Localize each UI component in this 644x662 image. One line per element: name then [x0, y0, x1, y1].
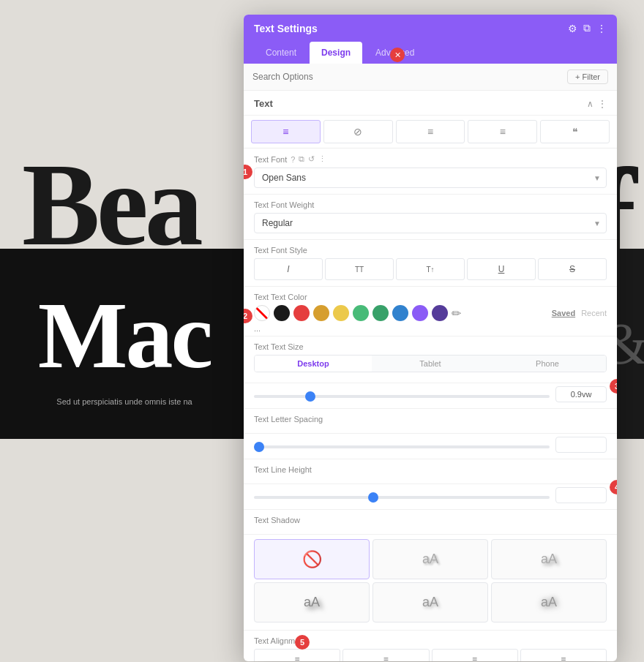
panel-more-icon[interactable]: ⋮	[596, 23, 607, 34]
panel-title: Text Settings	[254, 23, 318, 34]
font-select[interactable]: Open Sans	[254, 168, 607, 188]
text-size-label: Text Text Size	[254, 342, 607, 351]
color-more[interactable]: ...	[254, 324, 607, 333]
line-height-slider-wrap	[254, 490, 550, 501]
device-tab-desktop[interactable]: Desktop	[255, 356, 372, 372]
text-align-center-btn[interactable]: ≡	[342, 649, 429, 661]
badge-2: 2	[244, 309, 252, 323]
color-edit-icon[interactable]: ✏	[452, 306, 461, 320]
font-style-label: Text Font Style	[254, 246, 607, 255]
text-align-left-btn[interactable]: ≡	[254, 649, 340, 661]
letter-spacing-row: Text Letter Spacing	[244, 409, 617, 434]
font-weight-select[interactable]: Regular	[254, 213, 607, 233]
align-right-btn[interactable]: ≡	[396, 120, 465, 143]
text-font-label: Text Font ? ⧉ ↺ ⋮	[254, 154, 607, 164]
text-size-row: Text Text Size Desktop Tablet Phone	[244, 336, 617, 383]
panel-body: Text ∧ ⋮ ≡ ⊘ ≡ ≡ ❝ 1 Text Font ? ⧉ ↺ ⋮	[244, 91, 617, 661]
style-italic-btn[interactable]: I	[254, 258, 323, 280]
text-section-header: Text ∧ ⋮	[244, 91, 617, 116]
line-height-slider[interactable]	[254, 496, 550, 499]
tab-content[interactable]: Content	[254, 42, 308, 64]
shadow-grid: 🚫 aA aA aA aA aA	[244, 535, 617, 631]
filter-button[interactable]: + Filter	[567, 69, 608, 84]
text-align-right-btn[interactable]: ≡	[432, 649, 518, 661]
swatch-red[interactable]	[293, 305, 310, 321]
alignment-row: ≡ ⊘ ≡ ≡ ❝	[244, 116, 617, 148]
text-size-slider[interactable]	[254, 395, 550, 398]
text-color-row: 2 Text Text Color ✏ Saved Recent	[244, 287, 617, 336]
text-color-label: Text Text Color	[254, 293, 607, 301]
swatch-green-light[interactable]	[353, 305, 369, 321]
text-size-slider-row: 3 0.9vw	[244, 383, 617, 409]
tab-design[interactable]: Design	[310, 42, 362, 64]
line-height-slider-row: 4 2em	[244, 484, 617, 510]
letter-spacing-label: Text Letter Spacing	[254, 415, 607, 424]
align-left-btn[interactable]: ≡	[251, 120, 321, 143]
swatch-transparent[interactable]	[254, 305, 270, 321]
badge-3: 3	[610, 379, 617, 394]
swatch-yellow-dark[interactable]	[313, 305, 329, 321]
device-tab-tablet[interactable]: Tablet	[372, 356, 489, 372]
panel-copy-icon[interactable]: ⧉	[583, 22, 591, 34]
shadow-3-btn[interactable]: aA	[254, 582, 370, 622]
canvas-sub-text: Sed ut perspiciatis unde omnis iste na	[56, 396, 192, 408]
swatch-purple[interactable]	[412, 305, 428, 321]
swatch-green[interactable]	[372, 305, 389, 321]
swatch-yellow[interactable]	[333, 305, 349, 321]
font-help-icon[interactable]: ?	[291, 155, 295, 164]
line-height-value[interactable]: 2em	[555, 487, 607, 503]
style-uppercase-btn[interactable]: TT	[325, 258, 394, 280]
align-justify-btn[interactable]: ≡	[468, 120, 537, 143]
canvas-mac-text: Mac	[38, 280, 211, 390]
font-copy-icon[interactable]: ⧉	[299, 154, 304, 164]
text-size-value[interactable]: 0.9vw	[555, 386, 607, 402]
text-alignment-bottom-row: 5 Text Alignment ≡ ≡ ≡ ≡	[244, 631, 617, 661]
style-underline-btn[interactable]: U	[467, 258, 536, 280]
align-center-btn[interactable]: ⊘	[323, 120, 393, 143]
search-input[interactable]	[252, 72, 567, 82]
badge-1: 1	[244, 165, 252, 179]
color-swatches: ✏ Saved Recent	[254, 305, 607, 321]
color-saved-tab[interactable]: Saved	[552, 309, 575, 317]
shadow-4-btn[interactable]: aA	[372, 582, 488, 622]
device-tab-phone[interactable]: Phone	[489, 356, 606, 372]
font-reset-icon[interactable]: ↺	[308, 154, 315, 164]
shadow-none-btn[interactable]: 🚫	[254, 539, 370, 579]
text-align-justify-btn[interactable]: ≡	[520, 649, 607, 661]
shadow-2-btn[interactable]: aA	[491, 539, 607, 579]
section-more-icon[interactable]: ⋮	[598, 99, 607, 109]
section-collapse-icon[interactable]: ∧	[587, 99, 594, 109]
canvas-bea-text: Bea	[22, 146, 200, 263]
align-quote-btn[interactable]: ❝	[540, 120, 610, 143]
badge-4: 4	[610, 480, 617, 494]
font-style-row: Text Font Style I TT T↑ U S	[244, 240, 617, 287]
search-bar: + Filter	[244, 64, 617, 91]
panel-tabs: Content Design Advanced	[244, 42, 617, 64]
swatch-blue[interactable]	[392, 305, 408, 321]
shadow-1-btn[interactable]: aA	[372, 539, 488, 579]
panel-settings-icon[interactable]: ⚙	[568, 23, 577, 34]
panel-header-icons: ⚙ ⧉ ⋮	[568, 22, 607, 34]
line-height-label: Text Line Height	[254, 465, 607, 474]
canvas-dark-section: Mac Sed ut perspiciatis unde omnis iste …	[0, 249, 249, 439]
text-font-row: 1 Text Font ? ⧉ ↺ ⋮ Open Sans ▼	[244, 148, 617, 195]
color-recent-tab[interactable]: Recent	[581, 309, 607, 317]
swatch-black[interactable]	[274, 305, 290, 321]
device-tabs: Desktop Tablet Phone	[254, 355, 607, 372]
letter-spacing-slider-row: 0px	[244, 434, 617, 459]
letter-spacing-slider-wrap	[254, 440, 550, 451]
color-saved-tabs: Saved Recent	[552, 309, 607, 317]
font-weight-row: Text Font Weight Regular ▼	[244, 195, 617, 240]
panel-header: Text Settings ⚙ ⧉ ⋮	[244, 15, 617, 42]
letter-spacing-slider[interactable]	[254, 445, 550, 448]
font-more-icon[interactable]: ⋮	[318, 154, 326, 164]
text-size-slider-wrap	[254, 389, 550, 400]
badge-5: 5	[295, 635, 310, 650]
style-capitalize-btn[interactable]: T↑	[396, 258, 465, 280]
swatch-dark-purple[interactable]	[432, 305, 448, 321]
style-strikethrough-btn[interactable]: S	[538, 258, 607, 280]
shadow-5-btn[interactable]: aA	[491, 582, 607, 622]
text-shadow-row: Text Shadow	[244, 510, 617, 535]
letter-spacing-value[interactable]: 0px	[555, 437, 607, 453]
panel-outer-close[interactable]: ✕	[390, 48, 405, 62]
